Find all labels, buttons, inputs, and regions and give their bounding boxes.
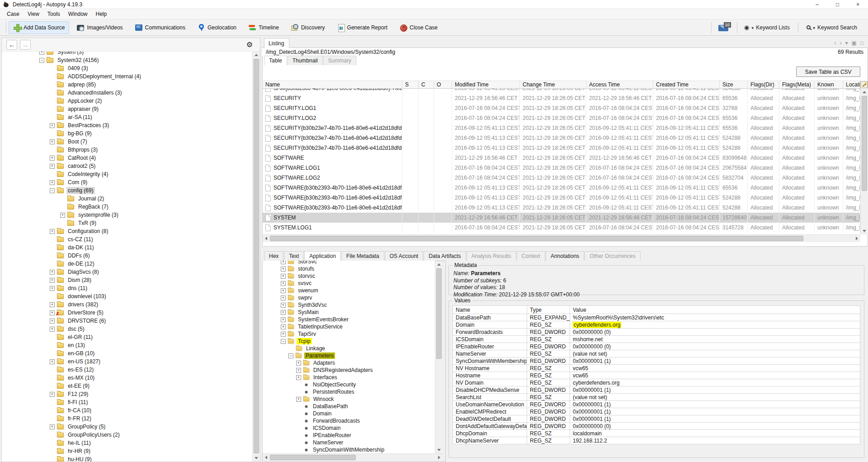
- registry-tree-scrollbar[interactable]: [435, 261, 443, 453]
- tree-item[interactable]: +System (3): [2, 52, 252, 56]
- keyword-search-button[interactable]: Keyword Search: [802, 23, 862, 33]
- registry-tree-horizontal-scrollbar[interactable]: [263, 453, 443, 461]
- expand-icon[interactable]: +: [50, 310, 55, 315]
- scroll-up-icon[interactable]: [437, 263, 441, 266]
- column-header-change-time[interactable]: Change Time: [520, 81, 586, 88]
- float-window-icon[interactable]: ▣: [851, 40, 856, 46]
- menu-case[interactable]: Case: [3, 10, 24, 19]
- messages-button[interactable]: 10: [718, 23, 730, 32]
- scroll-up-icon[interactable]: [255, 54, 258, 56]
- tree-item[interactable]: +swenum: [263, 287, 435, 294]
- scrollbar-thumb[interactable]: [254, 59, 259, 453]
- viewer-tab-hex[interactable]: Hex: [264, 251, 283, 261]
- table-horizontal-scrollbar[interactable]: [263, 234, 860, 242]
- tree-item[interactable]: ar-SA (11): [2, 113, 252, 121]
- registry-value-row[interactable]: DhcpDomainREG_SZ localdomain: [453, 430, 860, 437]
- tree-item[interactable]: cs-CZ (11): [2, 235, 252, 243]
- expand-icon[interactable]: +: [39, 52, 44, 55]
- tree-item[interactable]: hu-HU (9): [2, 455, 252, 462]
- collapse-icon[interactable]: −: [39, 58, 44, 63]
- tree-item[interactable]: +dns (11): [2, 284, 252, 292]
- tree-item[interactable]: SyncDomainWithMembership: [263, 446, 435, 453]
- table-row[interactable]: SOFTWARE{b30b2393-4b70-11e6-80e6-e41d2d1…: [263, 193, 860, 203]
- back-button[interactable]: ←: [6, 40, 17, 50]
- registry-value-row[interactable]: IPEnableRouterREG_DWORD 0x00000000 (0): [453, 343, 860, 350]
- tree-item[interactable]: +Boot (7): [2, 138, 252, 146]
- tree-item[interactable]: PersistentRoutes: [263, 388, 435, 395]
- column-chooser-icon[interactable]: [860, 81, 868, 88]
- expand-icon[interactable]: +: [281, 281, 286, 286]
- tree-item[interactable]: +Configuration (8): [2, 227, 252, 235]
- tree-item[interactable]: −Tcpip: [263, 338, 435, 345]
- table-row[interactable]: SYSTEM.LOG1 2016-07-16 08:04:24 CEST2021…: [263, 223, 860, 233]
- scroll-left-icon[interactable]: [265, 237, 267, 240]
- table-row[interactable]: SECURITY.LOG2 2016-07-16 08:04:24 CEST20…: [263, 113, 860, 123]
- tree-item[interactable]: +SystemEventsBroker: [263, 316, 435, 323]
- column-header-created-time[interactable]: Created Time: [653, 81, 720, 88]
- images-videos-button[interactable]: Images/Videos: [72, 21, 127, 34]
- listing-tab[interactable]: Listing: [264, 38, 289, 48]
- scrollbar-thumb[interactable]: [436, 268, 442, 359]
- table-row[interactable]: SAM{b30b23cc-4b70-11e6-80e6-e41d2d18dfd0…: [263, 89, 860, 93]
- tree-item[interactable]: +systemprofile (3): [2, 211, 252, 219]
- tree-item[interactable]: TxR (9): [2, 219, 252, 227]
- table-row[interactable]: SECURITY{b30b23e7-4b70-11e6-80e6-e41d2d1…: [263, 143, 860, 153]
- column-header-access-time[interactable]: Access Time: [586, 81, 653, 88]
- expand-icon[interactable]: +: [281, 274, 286, 279]
- tree-item[interactable]: de-DE (12): [2, 260, 252, 268]
- column-header-flags-meta-[interactable]: Flags(Meta): [779, 81, 815, 88]
- expand-icon[interactable]: +: [50, 156, 55, 161]
- registry-value-row[interactable]: DontAddDefaultGatewayDefaultREG_DWORD 0x…: [453, 423, 860, 430]
- tree-item[interactable]: el-GR (11): [2, 333, 252, 341]
- timeline-button[interactable]: Timeline: [244, 21, 283, 34]
- expand-icon[interactable]: +: [281, 310, 286, 315]
- registry-value-row[interactable]: DomainREG_SZ cyberdefenders.org: [453, 321, 860, 329]
- expand-icon[interactable]: +: [60, 213, 65, 218]
- tree-item[interactable]: NameServer: [263, 439, 435, 446]
- table-row[interactable]: SOFTWARE{b30b2393-4b70-11e6-80e6-e41d2d1…: [263, 203, 860, 213]
- close-case-button[interactable]: Close Case: [395, 21, 442, 34]
- scroll-up-icon[interactable]: [863, 91, 866, 93]
- tree-item[interactable]: −config (69): [2, 186, 252, 195]
- tree-item[interactable]: +DNSRegisteredAdapters: [263, 367, 435, 374]
- menu-window[interactable]: Window: [64, 10, 92, 19]
- menu-tools[interactable]: Tools: [43, 10, 64, 19]
- expand-icon[interactable]: +: [50, 123, 55, 128]
- column-header-modified-time[interactable]: Modified Time: [452, 81, 520, 88]
- collapse-icon[interactable]: −: [288, 353, 293, 358]
- column-header-name[interactable]: Name: [263, 81, 402, 88]
- tree-item[interactable]: Linkage: [263, 345, 435, 352]
- nav-forward-icon[interactable]: ›: [840, 40, 841, 46]
- tree-item[interactable]: GroupPolicyUsers (2): [2, 431, 252, 439]
- gear-icon[interactable]: ⚙: [246, 40, 253, 49]
- tree-item[interactable]: +storufs: [263, 265, 435, 272]
- tree-item[interactable]: +DRVSTORE (6): [2, 317, 252, 325]
- expand-icon[interactable]: +: [50, 139, 55, 144]
- scroll-left-icon[interactable]: [265, 456, 267, 459]
- communications-button[interactable]: Communications: [130, 21, 190, 34]
- column-header-location[interactable]: Location: [843, 81, 860, 88]
- expand-icon[interactable]: +: [281, 267, 286, 271]
- tree-item[interactable]: da-DK (11): [2, 243, 252, 252]
- tree-item[interactable]: +StorSvc: [263, 261, 435, 265]
- discovery-button[interactable]: Discovery: [286, 21, 330, 34]
- scroll-down-icon[interactable]: [255, 457, 258, 459]
- tree-item[interactable]: +Adapters: [263, 359, 435, 367]
- forward-button[interactable]: →: [20, 40, 31, 50]
- expand-icon[interactable]: +: [50, 302, 55, 307]
- table-row[interactable]: SOFTWARE{b30b2393-4b70-11e6-80e6-e41d2d1…: [263, 183, 860, 193]
- tree-item[interactable]: adprep (85): [2, 81, 252, 89]
- expand-icon[interactable]: +: [50, 229, 55, 234]
- tree-item[interactable]: et-EE (9): [2, 382, 252, 390]
- tree-item[interactable]: −Parameters: [263, 352, 435, 359]
- tree-item[interactable]: Journal (2): [2, 195, 252, 203]
- tree-item[interactable]: +DriverStore (5): [2, 309, 252, 317]
- tree-item[interactable]: AppLocker (2): [2, 97, 252, 105]
- menu-view[interactable]: View: [24, 10, 43, 19]
- expand-icon[interactable]: +: [50, 180, 55, 185]
- tree-item[interactable]: Domain: [263, 410, 435, 417]
- tree-item[interactable]: fi-FI (11): [2, 398, 252, 406]
- expand-icon[interactable]: +: [50, 319, 55, 324]
- table-row[interactable]: SECURITY 2021-12-29 16:56:46 CET2021-12-…: [263, 93, 860, 103]
- generate-report-button[interactable]: Generate Report: [332, 21, 392, 34]
